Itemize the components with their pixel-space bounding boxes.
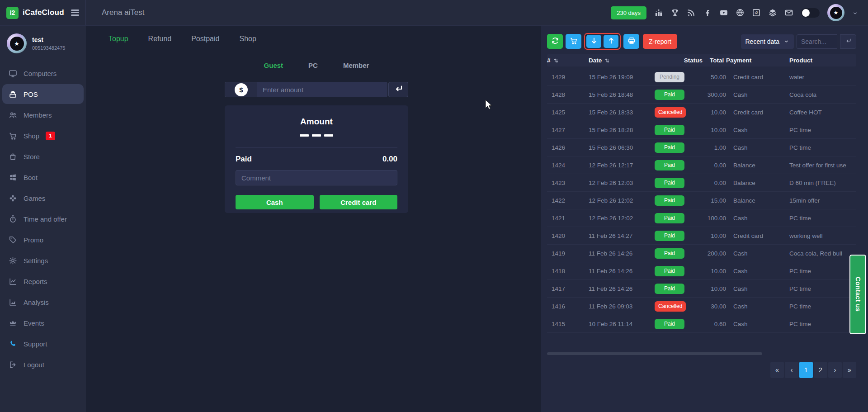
layers-icon[interactable] [768,8,777,17]
sidebar-item-computers[interactable]: Computers [2,63,84,83]
user-name: test [32,36,65,43]
cell-total: 10.00 [703,285,726,292]
ranking-icon[interactable] [654,8,663,17]
arrow-up-icon [607,37,615,46]
pagination-button[interactable]: 2 [814,362,827,378]
globe-icon[interactable] [736,8,745,17]
transaction-row[interactable]: 1424 12 Feb 26 12:17 Paid 0.00 Balance T… [547,156,856,174]
support-icon [9,340,17,348]
status-badge: Paid [655,160,684,170]
sidebar-item-time-and-offer[interactable]: Time and offer [2,209,84,229]
user-avatar[interactable]: ★ [827,4,844,21]
sidebar-item-support[interactable]: Support [2,334,84,354]
sidebar-avatar[interactable]: ★ [7,33,27,53]
license-days-badge[interactable]: 230 days [611,6,646,19]
cart-button[interactable] [566,34,581,49]
sidebar-item-games[interactable]: Games [2,188,84,208]
cell-product: water [789,74,856,81]
pagination-button[interactable]: « [770,362,784,378]
horizontal-scrollbar[interactable] [547,352,762,355]
amount-enter-button[interactable] [388,82,408,97]
print-button[interactable] [623,34,639,49]
amount-input[interactable] [257,82,387,97]
rss-icon[interactable] [687,8,696,17]
contact-us-button[interactable]: Contact us [849,255,866,334]
sidebar-item-reports[interactable]: Reports [2,271,84,291]
transaction-row[interactable]: 1426 15 Feb 26 06:30 Paid 1.00 Cash PC t… [547,139,856,156]
transaction-row[interactable]: 1416 11 Feb 26 09:03 Cancelled 30.00 Cas… [547,298,856,315]
tab-postpaid[interactable]: Postpaid [191,35,219,43]
trophy-icon[interactable] [670,8,679,17]
subtab-guest[interactable]: Guest [264,62,283,69]
avatar-medal-icon: ★ [10,37,24,51]
sidebar-item-promo[interactable]: Promo [2,230,84,250]
status-badge: Pending [655,72,684,82]
divider [236,147,397,148]
status-badge: Paid [655,266,684,276]
credit-card-button[interactable]: Credit card [320,195,398,209]
money-in-button[interactable] [586,35,601,48]
theme-toggle[interactable] [801,8,820,18]
tab-shop[interactable]: Shop [239,35,256,43]
menu-icon[interactable] [71,9,79,16]
status-badge: Paid [655,125,684,135]
z-report-button[interactable]: Z-report [643,34,677,49]
status-badge: Paid [655,284,684,294]
sort-icon[interactable] [553,58,559,63]
sidebar-item-pos[interactable]: POS [2,84,84,104]
cell-date: 15 Feb 26 06:30 [589,144,655,151]
cell-payment: Balance [726,180,789,186]
mail-icon[interactable] [784,8,793,17]
transaction-row[interactable]: 1419 11 Feb 26 14:26 Paid 200.00 Cash Co… [547,245,856,262]
refresh-button[interactable] [547,34,563,49]
subtab-member[interactable]: Member [343,62,369,69]
sidebar-item-settings[interactable]: Settings [2,251,84,270]
sidebar-item-members[interactable]: Members [2,105,84,125]
sidebar-item-label: Members [24,111,52,119]
money-out-button[interactable] [604,35,618,48]
app: i2 iCafeCloud Arena aiTest 230 days [0,0,868,412]
cell-product: D 60 min (FREE) [789,180,856,186]
transaction-row[interactable]: 1423 12 Feb 26 12:03 Paid 0.00 Balance D… [547,174,856,192]
transaction-row[interactable]: 1415 10 Feb 26 11:14 Paid 0.60 Cash PC t… [547,315,856,333]
pagination-button[interactable]: › [828,362,842,378]
tab-refund[interactable]: Refund [148,35,172,43]
search-input[interactable] [797,34,837,49]
cell-product: Coffee HOT [789,109,856,116]
status-badge: Cancelled [655,107,686,118]
shop-icon [9,132,17,140]
sidebar-item-events[interactable]: Events [2,313,84,333]
pagination-button[interactable]: ‹ [785,362,798,378]
sidebar-item-store[interactable]: Store [2,147,84,166]
chevron-down-icon[interactable] [852,10,858,16]
sidebar-item-boot[interactable]: Boot [2,167,84,187]
analysis-icon [9,298,17,307]
cash-button[interactable]: Cash [236,195,314,209]
sidebar-item-logout[interactable]: Logout [2,355,84,374]
transaction-row[interactable]: 1425 15 Feb 26 18:33 Cancelled 10.00 Cre… [547,104,856,121]
youtube-icon[interactable] [719,8,728,17]
transaction-row[interactable]: 1417 11 Feb 26 14:26 Paid 10.00 Cash PC … [547,280,856,298]
tab-topup[interactable]: Topup [108,35,128,43]
icafecloud-icon[interactable]: i2 [752,8,761,17]
recent-data-select[interactable]: Recent data [741,34,794,49]
transaction-row[interactable]: 1422 12 Feb 26 12:02 Paid 15.00 Balance … [547,192,856,209]
transaction-row[interactable]: 1428 15 Feb 26 18:48 Paid 300.00 Cash Co… [547,86,856,104]
transaction-row[interactable]: 1429 15 Feb 26 19:09 Pending 50.00 Credi… [547,68,856,86]
transaction-row[interactable]: 1420 11 Feb 26 14:27 Paid 10.00 Credit c… [547,227,856,245]
pagination-button[interactable]: » [843,362,856,378]
sidebar-item-label: Settings [24,257,48,265]
search-enter-button[interactable] [840,34,856,49]
comment-input[interactable] [236,170,397,185]
pagination-button[interactable]: 1 [799,362,813,378]
transaction-row[interactable]: 1421 12 Feb 26 12:02 Paid 100.00 Cash PC… [547,209,856,227]
facebook-icon[interactable] [703,8,712,17]
pay-buttons: Cash Credit card [236,195,397,209]
transaction-row[interactable]: 1418 11 Feb 26 14:26 Paid 10.00 Cash PC … [547,262,856,280]
sidebar-item-analysis[interactable]: Analysis [2,292,84,312]
subtab-pc[interactable]: PC [308,62,318,69]
sort-icon[interactable] [604,58,610,63]
column-header: Total [703,57,726,64]
sidebar-item-shop[interactable]: Shop 1 [2,126,84,146]
transaction-row[interactable]: 1427 15 Feb 26 18:28 Paid 10.00 Cash PC … [547,121,856,139]
